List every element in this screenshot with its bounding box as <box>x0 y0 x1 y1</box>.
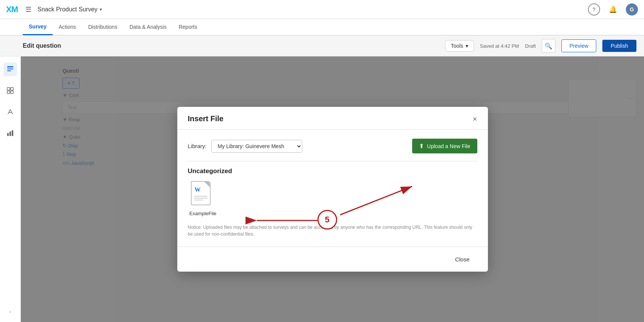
sidebar-layout-icon[interactable] <box>3 84 17 97</box>
file-icon: W <box>191 181 215 208</box>
user-avatar[interactable]: G <box>626 3 638 16</box>
modal-title: Insert File <box>188 114 224 123</box>
tab-survey[interactable]: Survey <box>23 19 53 35</box>
close-button[interactable]: Close <box>447 253 477 266</box>
library-select[interactable]: My Library: Guinevere Mesh <box>211 140 302 153</box>
modal-body: Library: My Library: Guinevere Mesh ⬆ Up… <box>177 130 488 247</box>
annotation-number: 5 <box>317 210 337 230</box>
tools-button[interactable]: Tools ▾ <box>445 40 474 52</box>
search-icon: 🔍 <box>545 42 552 50</box>
svg-rect-0 <box>7 66 13 67</box>
svg-rect-9 <box>9 131 11 136</box>
svg-rect-10 <box>12 130 13 136</box>
sidebar-chart-icon[interactable] <box>3 126 17 140</box>
edit-question-title: Edit question <box>23 42 61 49</box>
top-bar: XM ☰ Snack Product Survey ▾ ? 🔔 G <box>0 0 644 19</box>
upload-new-file-button[interactable]: ⬆ Upload a New File <box>412 139 477 153</box>
file-name: ExampleFile <box>189 211 217 216</box>
notification-bell-icon[interactable]: 🔔 <box>607 3 619 16</box>
modal-overlay: Insert File × Library: My Library: Guine… <box>21 56 644 322</box>
upload-icon: ⬆ <box>419 142 424 150</box>
library-label: Library: <box>188 143 207 149</box>
tab-distributions[interactable]: Distributions <box>82 19 123 35</box>
help-icon[interactable]: ? <box>588 3 600 16</box>
tools-caret-icon: ▾ <box>466 43 468 49</box>
tools-label: Tools <box>451 43 463 49</box>
uncategorized-title: Uncategorized <box>188 167 477 175</box>
survey-title-caret[interactable]: ▾ <box>100 7 102 12</box>
insert-file-modal: Insert File × Library: My Library: Guine… <box>177 107 488 272</box>
svg-rect-8 <box>7 133 9 136</box>
svg-rect-2 <box>7 70 11 71</box>
publish-button[interactable]: Publish <box>602 40 636 52</box>
secondary-nav: Survey Actions Distributions Data & Anal… <box>0 19 644 36</box>
library-row: Library: My Library: Guinevere Mesh ⬆ Up… <box>188 139 477 153</box>
content-area: Questi ≡ T ▼ Cont Text ▼ Resp Add vali ▼… <box>21 56 644 322</box>
modal-close-button[interactable]: × <box>473 115 477 123</box>
survey-title: Snack Product Survey <box>38 6 97 13</box>
left-sidebar: › <box>0 56 21 322</box>
main-toolbar: Edit question Tools ▾ Saved at 4:42 PM D… <box>0 36 644 56</box>
upload-label: Upload a New File <box>427 143 470 149</box>
svg-rect-3 <box>7 88 10 90</box>
file-item[interactable]: W ExampleFile <box>188 181 218 216</box>
modal-header: Insert File × <box>177 107 488 130</box>
draft-badge: Draft <box>525 43 536 49</box>
svg-rect-6 <box>11 91 13 94</box>
top-right-icons: ? 🔔 G <box>588 3 638 16</box>
modal-footer: Close <box>177 247 488 272</box>
sidebar-collapse-icon[interactable]: › <box>9 309 11 314</box>
search-button[interactable]: 🔍 <box>542 39 555 53</box>
sidebar-paint-icon[interactable] <box>3 105 17 119</box>
hamburger-menu[interactable]: ☰ <box>25 5 31 14</box>
saved-status: Saved at 4:42 PM <box>480 43 519 49</box>
svg-rect-5 <box>7 91 10 94</box>
tab-reports[interactable]: Reports <box>173 19 203 35</box>
sidebar-survey-icon[interactable] <box>3 63 17 76</box>
preview-button[interactable]: Preview <box>561 39 596 52</box>
tab-actions[interactable]: Actions <box>53 19 82 35</box>
section-divider <box>188 161 477 161</box>
svg-rect-1 <box>7 69 13 69</box>
xm-logo[interactable]: XM <box>6 5 18 14</box>
svg-rect-4 <box>11 88 13 90</box>
tab-data-analysis[interactable]: Data & Analysis <box>123 19 173 35</box>
